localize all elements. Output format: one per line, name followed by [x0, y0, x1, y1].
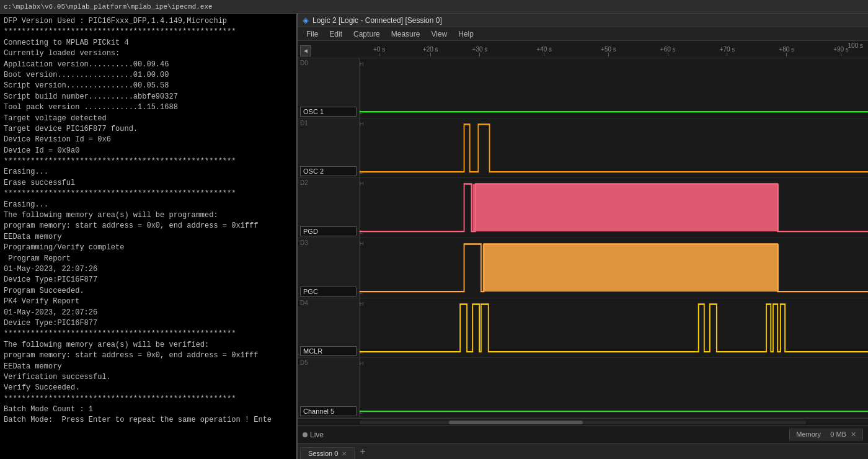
memory-label: Memory — [796, 430, 821, 438]
terminal-line: Erase successful — [4, 178, 293, 189]
channel-number: D5 — [300, 359, 356, 366]
channel-label-area: D1OSC 2 — [298, 118, 360, 178]
tick-label: +60 s — [660, 46, 676, 53]
svg-rect-0 — [472, 184, 779, 232]
tick-line — [608, 53, 609, 56]
channel-number: D2 — [300, 179, 356, 186]
terminal-line: Currently loaded versions: — [4, 48, 293, 59]
tick-line — [727, 53, 727, 56]
menu-item-capture[interactable]: Capture — [348, 29, 385, 40]
terminal-line: Tool pack version ............1.15.1688 — [4, 102, 293, 113]
channels-area: D0OSC 1HLD1OSC 2HLD2PGDHLD3PGCHLD4MCLRHL… — [298, 58, 868, 418]
tick-label: +80 s — [779, 46, 794, 53]
memory-value: 0 MB — [830, 430, 846, 438]
main-content: DFP Version Used : PIC16Fxxx_DFP,1.4.149… — [0, 14, 868, 459]
channel-label-area: D4MCLR — [298, 298, 360, 358]
channel-row: D3PGCHL — [298, 238, 868, 298]
collapse-button[interactable]: ◀ — [300, 45, 311, 56]
channel-tag[interactable]: OSC 1 — [300, 107, 356, 117]
session-tab-0[interactable]: Session 0 ✕ — [300, 447, 355, 459]
channel-row: D4MCLRHL — [298, 298, 868, 359]
terminal-line: Verification successful. — [4, 372, 293, 383]
terminal-line: Erasing... — [4, 200, 293, 210]
menu-item-file[interactable]: File — [301, 29, 323, 40]
terminal-line: Erasing... — [4, 167, 293, 177]
waveform-svg — [360, 118, 868, 178]
ruler-tick: +30 s — [472, 46, 488, 56]
channel-tag[interactable]: MCLR — [300, 346, 356, 356]
tick-line — [379, 53, 379, 56]
menu-item-view[interactable]: View — [426, 29, 452, 40]
session-add-button[interactable]: + — [355, 445, 371, 459]
waveform-svg — [360, 358, 868, 417]
channel-tag[interactable]: Channel 5 — [300, 406, 356, 416]
channel-row: D5Channel 5HL — [298, 358, 868, 418]
terminal-line: Boot version.................01.00.00 — [4, 70, 293, 81]
tick-line — [668, 53, 668, 56]
ruler-tick: +60 s — [660, 46, 676, 56]
terminal-line: Device Revision Id = 0x6 — [4, 135, 293, 145]
timeline-ruler: ◀ 100 s +0 s+20 s+30 s+40 s+50 s+60 s+70… — [298, 41, 868, 58]
channel-waveform: HL — [360, 118, 868, 178]
terminal-window-title: c:\mplabx\v6.05\mplab_platform\mplab_ipe… — [4, 3, 864, 11]
tick-label: +70 s — [720, 46, 735, 53]
terminal-line: ****************************************… — [4, 189, 293, 199]
memory-close-icon[interactable]: ✕ — [851, 430, 856, 438]
ruler-tick: +70 s — [720, 46, 735, 56]
tick-line — [841, 53, 841, 56]
tick-label: +50 s — [601, 46, 616, 53]
terminal-line: The following memory area(s) will be ver… — [4, 340, 293, 350]
terminal-line: Programming/Verify complete — [4, 243, 293, 253]
menu-item-edit[interactable]: Edit — [324, 29, 347, 40]
live-dot — [303, 432, 308, 437]
scroll-thumb[interactable] — [449, 421, 583, 424]
waveform-svg — [360, 298, 868, 358]
live-indicator: Live — [303, 430, 324, 439]
channel-tag[interactable]: PGC — [300, 287, 356, 296]
terminal-line: Verify Succeeded. — [4, 383, 293, 393]
waveform-svg — [360, 238, 868, 298]
logic-favicon: ◈ — [303, 16, 309, 25]
tick-label: +90 s — [833, 46, 849, 53]
session-tab-label: Session 0 — [308, 450, 338, 457]
channel-waveform: HL — [360, 298, 868, 358]
menu-item-help[interactable]: Help — [453, 29, 479, 40]
channel-tag[interactable]: PGD — [300, 226, 356, 236]
ruler-tick: +0 s — [373, 46, 385, 56]
scroll-track[interactable] — [360, 421, 806, 424]
terminal-line: ****************************************… — [4, 329, 293, 339]
channel-label-area: D3PGC — [298, 238, 360, 298]
terminal-line: Application version..........00.09.46 — [4, 60, 293, 70]
channel-row: D2PGDHL — [298, 178, 868, 238]
terminal-line: Script version...............00.05.58 — [4, 81, 293, 91]
scroll-bar[interactable] — [298, 418, 868, 426]
ruler-tick: +50 s — [601, 46, 616, 56]
channel-label-area: D0OSC 1 — [298, 58, 360, 118]
terminal-line: Batch Mode Count : 1 — [4, 404, 293, 415]
tick-line — [430, 53, 431, 56]
terminal-line: Target device PIC16F877 found. — [4, 124, 293, 135]
terminal-line: Batch Mode: Press Enter to repeat the sa… — [4, 415, 293, 426]
terminal-line: Connecting to MPLAB PICkit 4 — [4, 38, 293, 48]
terminal-line: PK4 Verify Report — [4, 296, 293, 307]
session-tab-close-icon[interactable]: ✕ — [342, 450, 347, 457]
window-bar: c:\mplabx\v6.05\mplab_platform\mplab_ipe… — [0, 0, 868, 14]
channel-tag[interactable]: OSC 2 — [300, 166, 356, 176]
terminal-line: ****************************************… — [4, 394, 293, 404]
channel-label-area: D5Channel 5 — [298, 358, 360, 417]
terminal-line: program memory: start address = 0x0, end… — [4, 221, 293, 231]
terminal-line: Device Type:PIC16F877 — [4, 275, 293, 285]
logic-title: Logic 2 [Logic - Connected] [Session 0] — [312, 16, 442, 25]
bottom-bar: Live Memory 0 MB ✕ — [298, 426, 868, 443]
channel-row: D1OSC 2HL — [298, 118, 868, 179]
terminal-pane[interactable]: DFP Version Used : PIC16Fxxx_DFP,1.4.149… — [0, 14, 298, 459]
terminal-line: Script build number..........abbfe90327 — [4, 92, 293, 102]
channel-number: D3 — [300, 239, 356, 246]
terminal-line: Device Id = 0x9a0 — [4, 146, 293, 156]
terminal-line: DFP Version Used : PIC16Fxxx_DFP,1.4.149… — [4, 16, 293, 27]
menu-item-measure[interactable]: Measure — [386, 29, 425, 40]
terminal-line: Target voltage detected — [4, 114, 293, 124]
svg-rect-1 — [483, 244, 779, 292]
waveform-svg — [360, 58, 868, 118]
tick-line — [479, 53, 480, 56]
